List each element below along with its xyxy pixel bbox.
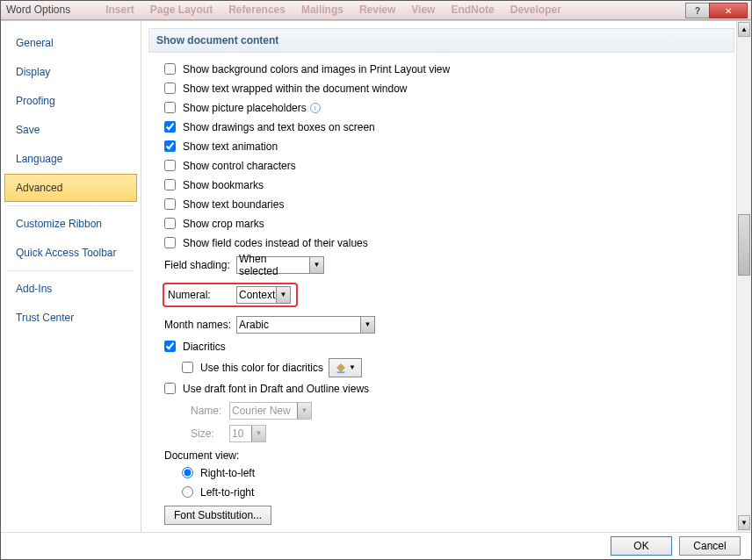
window-title: Word Options (6, 4, 70, 16)
vertical-scrollbar[interactable]: ▲ ▼ (736, 21, 751, 532)
draft-size-label: Size: (191, 427, 229, 440)
month-select[interactable]: Arabic▼ (236, 316, 375, 334)
draft-size-row: Size: 10▼ (191, 425, 734, 442)
opt-diacritics[interactable]: Diacritics (164, 339, 734, 355)
sidebar: General Display Proofing Save Language A… (1, 21, 141, 532)
info-icon: i (310, 103, 321, 113)
check-bg[interactable] (164, 63, 176, 75)
sidebar-item-trust-center[interactable]: Trust Center (4, 304, 137, 332)
check-draftfont[interactable] (164, 383, 176, 394)
scroll-thumb[interactable] (738, 214, 750, 276)
dialog-body: General Display Proofing Save Language A… (1, 20, 751, 532)
opt-rtl[interactable]: Right-to-left (182, 465, 734, 481)
dialog-footer: OK Cancel (1, 532, 751, 559)
opt-bookmarks[interactable]: Show bookmarks (164, 177, 734, 193)
chevron-down-icon: ▼ (276, 287, 290, 303)
paint-bucket-icon (335, 362, 347, 374)
font-substitution-button[interactable]: Font Substitution... (164, 506, 271, 525)
opt-bg[interactable]: Show background colors and images in Pri… (164, 61, 734, 77)
opt-diacolor[interactable]: Use this color for diacritics ▼ (182, 358, 734, 377)
svg-rect-0 (337, 371, 345, 373)
check-ctrl[interactable] (164, 160, 176, 171)
opt-picph[interactable]: Show picture placeholdersi (164, 100, 734, 116)
sidebar-item-language[interactable]: Language (4, 145, 137, 173)
opt-crop[interactable]: Show crop marks (164, 216, 734, 232)
chevron-down-icon: ▼ (297, 403, 311, 419)
sidebar-item-advanced[interactable]: Advanced (4, 174, 137, 202)
month-row: Month names: Arabic▼ (164, 316, 734, 334)
ok-button[interactable]: OK (611, 536, 672, 556)
field-shading-label: Field shading: (164, 259, 236, 271)
check-diacolor[interactable] (182, 362, 193, 373)
sidebar-item-customize-ribbon[interactable]: Customize Ribbon (4, 210, 137, 238)
check-bookmarks[interactable] (164, 179, 176, 190)
opt-wrap[interactable]: Show text wrapped within the document wi… (164, 81, 734, 97)
chevron-down-icon: ▼ (360, 317, 374, 333)
check-drawings[interactable] (164, 121, 176, 133)
chevron-down-icon: ▼ (309, 257, 323, 273)
diacritics-color-button[interactable]: ▼ (329, 358, 362, 377)
opt-bound[interactable]: Show text boundaries (164, 197, 734, 212)
content-wrap: Show document content Show background co… (141, 21, 751, 532)
field-shading-select[interactable]: When selected▼ (236, 256, 324, 274)
sidebar-item-save[interactable]: Save (4, 116, 137, 144)
sidebar-item-addins[interactable]: Add-Ins (4, 275, 137, 303)
check-fieldcodes[interactable] (164, 237, 176, 248)
draft-size-select: 10▼ (229, 425, 266, 442)
check-bound[interactable] (164, 198, 176, 210)
sidebar-item-qat[interactable]: Quick Access Toolbar (4, 239, 137, 267)
month-label: Month names: (164, 319, 236, 331)
sidebar-item-general[interactable]: General (4, 29, 137, 57)
check-diacritics[interactable] (164, 341, 176, 352)
help-button[interactable]: ? (685, 3, 710, 18)
radio-rtl[interactable] (182, 467, 193, 478)
check-anim[interactable] (164, 140, 176, 152)
cancel-button[interactable]: Cancel (679, 536, 741, 556)
content-panel: Show document content Show background co… (141, 21, 736, 532)
scroll-down-icon[interactable]: ▼ (738, 515, 750, 530)
word-options-dialog: Word Options InsertPage LayoutReferences… (0, 0, 752, 560)
sidebar-item-display[interactable]: Display (4, 58, 137, 86)
titlebar: Word Options InsertPage LayoutReferences… (1, 1, 751, 20)
field-shading-row: Field shading: When selected▼ (164, 256, 734, 274)
check-wrap[interactable] (164, 83, 176, 94)
opt-fieldcodes[interactable]: Show field codes instead of their values (164, 235, 734, 251)
document-view-label: Document view: (164, 449, 734, 462)
opt-anim[interactable]: Show text animation (164, 139, 734, 154)
check-crop[interactable] (164, 218, 176, 229)
close-button[interactable]: ✕ (709, 3, 748, 18)
window-controls: ? ✕ (686, 3, 748, 18)
sidebar-item-proofing[interactable]: Proofing (4, 87, 137, 115)
chevron-down-icon: ▼ (251, 426, 265, 442)
scroll-up-icon[interactable]: ▲ (738, 22, 750, 37)
numeral-highlight: Numeral: Context▼ (163, 283, 298, 307)
numeral-label: Numeral: (168, 289, 236, 301)
opt-ctrl[interactable]: Show control characters (164, 158, 734, 174)
draft-name-row: Name: Courier New▼ (191, 402, 734, 420)
ribbon-blur: InsertPage LayoutReferencesMailingsRevie… (105, 4, 746, 16)
check-picph[interactable] (164, 102, 176, 113)
opt-drawings[interactable]: Show drawings and text boxes on screen (164, 119, 734, 135)
draft-name-select: Courier New▼ (229, 402, 312, 420)
section-header: Show document content (148, 28, 734, 53)
opt-draftfont[interactable]: Use draft font in Draft and Outline view… (164, 381, 734, 397)
opt-ltr[interactable]: Left-to-right (182, 485, 734, 500)
radio-ltr[interactable] (182, 486, 193, 498)
draft-name-label: Name: (191, 405, 229, 417)
numeral-select[interactable]: Context▼ (236, 286, 291, 304)
